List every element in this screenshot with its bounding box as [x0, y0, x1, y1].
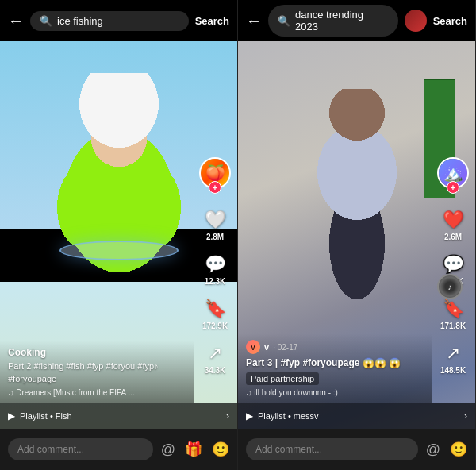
playlist-icon-left: ▶: [8, 410, 15, 422]
follow-badge-left[interactable]: +: [209, 181, 221, 194]
avatar-container-right[interactable]: 🏔️ +: [437, 157, 469, 189]
like-button-left[interactable]: 🤍 2.8M: [205, 210, 226, 241]
user-handle-right: v: [264, 342, 269, 352]
music-disc-right: ♪: [437, 274, 463, 299]
mention-icon-right[interactable]: @: [426, 441, 440, 458]
follow-badge-right[interactable]: +: [447, 181, 459, 194]
comment-icons-right: @ 🙂: [426, 441, 467, 458]
video-music-right: ♫ ill hold you downnnn - :): [246, 388, 424, 397]
bookmark-icon-left: 🔖: [205, 299, 226, 319]
user-row-right: v v · 02-17: [246, 340, 424, 354]
comment-button-left[interactable]: 💬 12.3K: [205, 254, 226, 286]
video-info-left: Cooking Part 2 #fishing #fish #fyp #fory…: [0, 341, 194, 403]
share-count-right: 148.5K: [440, 366, 466, 375]
comment-icons-left: @ 🎁 🙂: [161, 441, 229, 458]
video-desc-left: Part 2 #fishing #fish #fyp #foryou #fyp♪…: [8, 360, 186, 385]
date-right: · 02-17: [273, 343, 298, 352]
search-query-left[interactable]: ice fishing: [57, 15, 179, 27]
video-info-right: v v · 02-17 Part 3 | #fyp #foryoupage 😱😱…: [238, 333, 432, 403]
heart-icon-left: 🤍: [205, 210, 226, 230]
user-avatar-small-right: v: [246, 340, 260, 354]
like-count-left: 2.8M: [206, 233, 224, 241]
right-panel: ← 🔍 dance trending 2023 Search 🏔️ + ❤️ 2…: [238, 0, 476, 470]
profile-avatar-right[interactable]: [405, 10, 427, 32]
emoji-icon-right[interactable]: 🙂: [450, 441, 467, 458]
search-bar-right: ← 🔍 dance trending 2023 Search: [238, 0, 475, 41]
playlist-icon-right: ▶: [246, 410, 253, 422]
comment-bar-right: Add comment... @ 🙂: [238, 429, 475, 470]
action-buttons-right: 🏔️ + ❤️ 2.6M 💬 66.2K 🔖 171.8K ↗ 148.5K ♪: [437, 157, 469, 375]
playlist-arrow-right: ›: [464, 410, 467, 422]
like-button-right[interactable]: ❤️ 2.6M: [443, 210, 464, 241]
comment-placeholder-left: Add comment...: [17, 444, 84, 455]
playlist-bar-left[interactable]: ▶ Playlist • Fish ›: [0, 403, 237, 429]
save-button-left[interactable]: 🔖 172.9K: [202, 299, 228, 330]
comment-placeholder-right: Add comment...: [255, 444, 322, 455]
save-count-right: 171.8K: [440, 322, 466, 330]
save-count-left: 172.9K: [202, 322, 228, 330]
comment-bar-left: Add comment... @ 🎁 🙂: [0, 429, 237, 470]
comment-icon-left: 💬: [205, 254, 226, 275]
playlist-bar-right[interactable]: ▶ Playlist • messv ›: [238, 403, 475, 429]
person-figure-right: [294, 89, 420, 327]
comment-icon-right: 💬: [443, 254, 464, 275]
video-music-left: ♫ Dreamers [Music from the FIFA ...: [8, 388, 186, 397]
search-icon-left: 🔍: [40, 15, 52, 27]
music-disc-icon: ♪: [448, 283, 452, 291]
video-title-left: Cooking: [8, 347, 186, 358]
comment-input-left[interactable]: Add comment...: [8, 438, 153, 460]
comment-input-right[interactable]: Add comment...: [246, 438, 418, 460]
playlist-text-left: Playlist • Fish: [20, 411, 221, 421]
action-buttons-left: 🍑 + 🤍 2.8M 💬 12.3K 🔖 172.9K ↗ 34.3K: [199, 157, 231, 375]
share-icon-left: ↗: [208, 343, 222, 364]
playlist-text-right: Playlist • messv: [258, 411, 459, 421]
search-input-wrap-right[interactable]: 🔍 dance trending 2023: [268, 5, 398, 37]
back-button-left[interactable]: ←: [8, 12, 24, 30]
share-button-left[interactable]: ↗ 34.3K: [205, 343, 226, 375]
save-button-right[interactable]: 🔖 171.8K: [440, 299, 466, 330]
search-query-right[interactable]: dance trending 2023: [295, 9, 389, 33]
search-button-right[interactable]: Search: [433, 15, 467, 27]
mention-icon-left[interactable]: @: [161, 441, 175, 458]
search-button-left[interactable]: Search: [195, 15, 229, 27]
share-icon-right: ↗: [446, 343, 460, 364]
search-icon-right: 🔍: [278, 15, 290, 27]
emoji-icon-left[interactable]: 🙂: [212, 441, 229, 458]
paid-partnership-badge: Paid partnership: [246, 372, 319, 385]
avatar-container-left[interactable]: 🍑 +: [199, 157, 231, 189]
search-input-wrap-left[interactable]: 🔍 ice fishing: [30, 11, 189, 31]
spinning-disc: [60, 241, 178, 260]
playlist-arrow-left: ›: [226, 410, 229, 422]
back-button-right[interactable]: ←: [246, 12, 262, 30]
heart-icon-right: ❤️: [443, 210, 464, 230]
gift-icon-left[interactable]: 🎁: [185, 441, 202, 458]
like-count-right: 2.6M: [444, 233, 462, 241]
share-button-right[interactable]: ↗ 148.5K: [440, 343, 466, 375]
bookmark-icon-right: 🔖: [443, 299, 464, 319]
share-count-left: 34.3K: [205, 366, 226, 375]
search-bar-left: ← 🔍 ice fishing Search: [0, 0, 237, 41]
comment-count-left: 12.3K: [205, 277, 226, 286]
left-panel: ← 🔍 ice fishing Search 🍑 + 🤍 2.8M 💬 12.3…: [0, 0, 238, 470]
video-title-right: Part 3 | #fyp #foryoupage 😱😱 😱: [246, 357, 424, 368]
